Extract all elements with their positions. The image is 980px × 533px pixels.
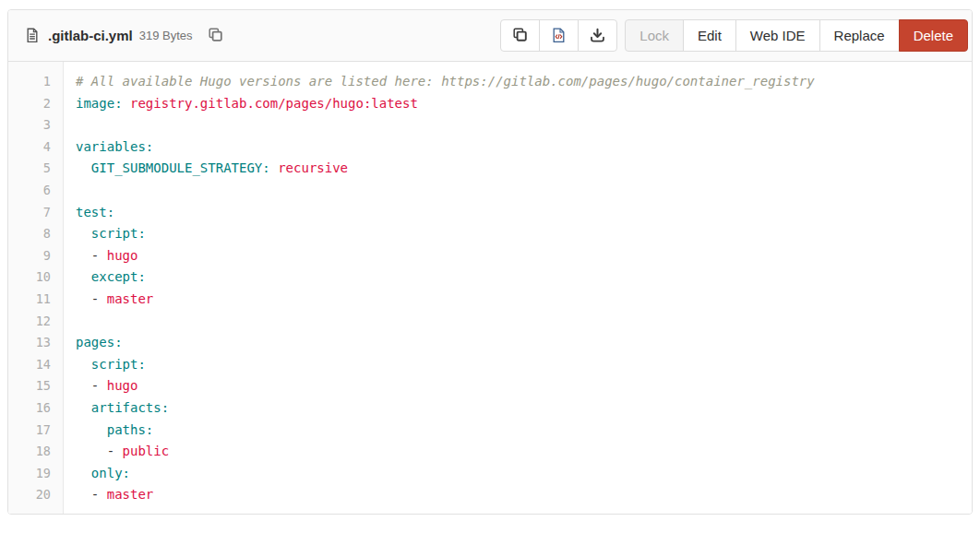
copy-contents-button[interactable] <box>500 19 540 52</box>
web-ide-button[interactable]: Web IDE <box>735 19 820 52</box>
code-line <box>76 180 972 202</box>
line-number-link[interactable]: 12 <box>8 311 51 333</box>
line-number-link[interactable]: 13 <box>8 332 51 354</box>
line-number-link[interactable]: 6 <box>8 180 51 202</box>
code-line: paths: <box>76 420 972 442</box>
line-number-link[interactable]: 17 <box>8 420 51 442</box>
copy-file-path-button[interactable] <box>206 26 225 45</box>
code-line: script: <box>76 223 972 245</box>
line-number-link[interactable]: 16 <box>8 397 51 420</box>
line-number-link[interactable]: 20 <box>8 484 51 506</box>
line-number-link[interactable]: 5 <box>8 158 51 180</box>
file-name: .gitlab-ci.yml <box>48 28 133 43</box>
blob-content: 1234567891011121314151617181920 # All av… <box>8 62 972 514</box>
line-number-link[interactable]: 2 <box>8 93 51 115</box>
file-size: 319 Bytes <box>139 29 193 42</box>
line-number-link[interactable]: 1 <box>8 71 51 93</box>
code-line: - hugo <box>76 245 972 267</box>
code-line: - master <box>76 484 972 506</box>
line-number-link[interactable]: 4 <box>8 136 51 159</box>
lock-button[interactable]: Lock <box>625 19 684 52</box>
code-line: artifacts: <box>76 397 972 420</box>
code-line: pages: <box>76 332 972 354</box>
code-line: image: registry.gitlab.com/pages/hugo:la… <box>76 93 972 115</box>
code-lines: # All available Hugo versions are listed… <box>64 62 972 514</box>
file-viewer: .gitlab-ci.yml 319 Bytes <box>7 9 973 515</box>
raw-file-icon <box>552 28 566 43</box>
line-number-link[interactable]: 19 <box>8 463 51 485</box>
file-header: .gitlab-ci.yml 319 Bytes <box>8 10 972 62</box>
file-icon-button-group <box>500 19 617 52</box>
download-button[interactable] <box>578 19 617 52</box>
code-line: # All available Hugo versions are listed… <box>76 71 972 93</box>
line-number-link[interactable]: 15 <box>8 375 51 397</box>
line-number-link[interactable]: 9 <box>8 245 51 267</box>
code-line: script: <box>76 354 972 376</box>
code-line: - master <box>76 289 972 311</box>
open-raw-button[interactable] <box>539 19 579 52</box>
code-line: test: <box>76 202 972 224</box>
replace-button[interactable]: Replace <box>819 19 900 52</box>
code-line: - hugo <box>76 375 972 397</box>
line-number-link[interactable]: 8 <box>8 223 51 245</box>
code-line: variables: <box>76 136 972 159</box>
code-line: GIT_SUBMODULE_STRATEGY: recursive <box>76 158 972 180</box>
code-line <box>76 311 972 333</box>
line-number-link[interactable]: 7 <box>8 202 51 224</box>
code-line: - public <box>76 441 972 463</box>
delete-button[interactable]: Delete <box>899 19 968 52</box>
line-number-link[interactable]: 3 <box>8 114 51 136</box>
line-number-link[interactable]: 18 <box>8 441 51 463</box>
file-action-button-group: Lock Edit Web IDE Replace Delete <box>625 19 968 52</box>
download-icon <box>590 28 605 43</box>
code-line <box>76 114 972 136</box>
line-number-link[interactable]: 10 <box>8 266 51 289</box>
file-document-icon <box>25 28 40 43</box>
copy-icon <box>512 28 528 43</box>
line-number-link[interactable]: 14 <box>8 354 51 376</box>
copy-icon <box>208 28 223 43</box>
code-line: except: <box>76 266 972 289</box>
line-numbers: 1234567891011121314151617181920 <box>8 62 64 514</box>
code-line: only: <box>76 463 972 485</box>
header-actions: Lock Edit Web IDE Replace Delete <box>500 19 968 52</box>
line-number-link[interactable]: 11 <box>8 289 51 311</box>
edit-button[interactable]: Edit <box>683 19 736 52</box>
